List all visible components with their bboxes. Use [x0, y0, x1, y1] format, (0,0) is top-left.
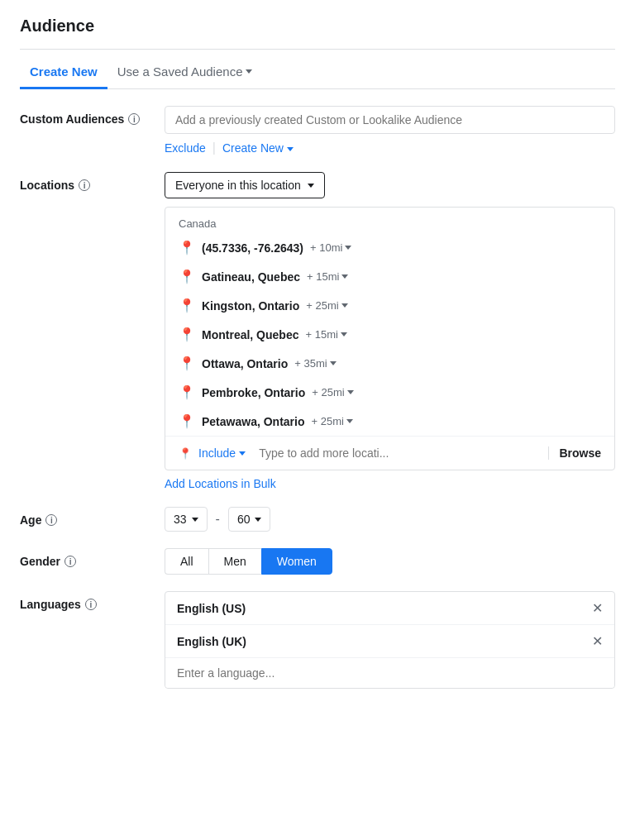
gender-label: Gender i	[20, 548, 165, 568]
age-max-dropdown[interactable]: 60	[228, 507, 271, 532]
page-title: Audience	[20, 17, 615, 50]
add-locations-bulk-link[interactable]: Add Locations in Bulk	[165, 477, 276, 490]
chevron-down-icon[interactable]	[330, 361, 337, 365]
exclude-link[interactable]: Exclude	[165, 141, 206, 155]
location-pin-small-icon: 📍	[179, 447, 192, 460]
tab-use-saved[interactable]: Use a Saved Audience	[107, 56, 263, 89]
age-separator: -	[216, 512, 220, 527]
link-separator: |	[212, 141, 216, 155]
location-search-input[interactable]	[252, 443, 542, 463]
chevron-down-icon[interactable]	[345, 246, 351, 250]
gender-men-button[interactable]: Men	[208, 548, 261, 575]
languages-content: English (US) ✕ English (UK) ✕	[165, 591, 615, 689]
language-search-input[interactable]	[165, 658, 614, 688]
location-pin-icon: 📍	[179, 327, 195, 342]
languages-label: Languages i	[20, 591, 165, 611]
chevron-down-icon[interactable]	[346, 419, 353, 423]
location-item-3: 📍 Montreal, Quebec + 15mi	[165, 320, 614, 349]
location-item-0: 📍 (45.7336, -76.2643) + 10mi	[165, 233, 614, 262]
chevron-down-icon[interactable]	[341, 332, 347, 336]
locations-country: Canada	[165, 208, 614, 233]
location-pin-icon: 📍	[179, 356, 195, 371]
age-selector: 33 - 60	[165, 507, 615, 532]
location-pin-icon: 📍	[179, 413, 195, 429]
create-new-link[interactable]: Create New	[222, 141, 294, 155]
chevron-down-icon	[308, 184, 314, 188]
age-content: 33 - 60	[165, 507, 615, 532]
chevron-down-icon[interactable]	[341, 303, 348, 308]
browse-button[interactable]: Browse	[548, 446, 601, 460]
languages-row: Languages i English (US) ✕ English (UK) …	[20, 591, 615, 689]
page-container: Audience Create New Use a Saved Audience…	[0, 0, 635, 722]
languages-box: English (US) ✕ English (UK) ✕	[165, 591, 615, 689]
chevron-down-icon	[255, 518, 261, 522]
language-item-1: English (UK) ✕	[165, 625, 614, 658]
gender-info-icon[interactable]: i	[64, 556, 76, 567]
chevron-down-icon	[192, 518, 198, 522]
age-min-dropdown[interactable]: 33	[165, 507, 208, 532]
gender-all-button[interactable]: All	[165, 548, 208, 575]
location-item-6: 📍 Petawawa, Ontario + 25mi	[165, 407, 614, 436]
gender-selector: All Men Women	[165, 548, 615, 575]
age-row: Age i 33 - 60	[20, 507, 615, 532]
language-remove-0-button[interactable]: ✕	[592, 600, 603, 616]
custom-audiences-links: Exclude | Create New	[165, 141, 615, 155]
chevron-down-icon	[246, 69, 252, 74]
location-pin-icon: 📍	[179, 240, 195, 255]
custom-audiences-label: Custom Audiences i	[20, 106, 165, 126]
tab-create-new[interactable]: Create New	[20, 56, 107, 89]
chevron-down-icon[interactable]	[341, 274, 348, 279]
gender-content: All Men Women	[165, 548, 615, 575]
locations-info-icon[interactable]: i	[79, 179, 90, 191]
locations-label: Locations i	[20, 172, 165, 192]
chevron-down-icon	[287, 147, 294, 151]
location-item-5: 📍 Pembroke, Ontario + 25mi	[165, 378, 614, 407]
gender-row: Gender i All Men Women	[20, 548, 615, 575]
language-item-0: English (US) ✕	[165, 592, 614, 625]
location-item-2: 📍 Kingston, Ontario + 25mi	[165, 291, 614, 320]
include-dropdown[interactable]: Include	[198, 446, 246, 460]
location-item-4: 📍 Ottawa, Ontario + 35mi	[165, 349, 614, 378]
custom-audiences-content: Exclude | Create New	[165, 106, 615, 155]
location-pin-icon: 📍	[179, 298, 195, 313]
custom-audiences-input[interactable]	[165, 106, 615, 134]
location-pin-icon: 📍	[179, 269, 195, 284]
language-remove-1-button[interactable]: ✕	[592, 633, 603, 649]
locations-row: Locations i Everyone in this location Ca…	[20, 172, 615, 490]
location-pin-icon: 📍	[179, 384, 195, 400]
gender-women-button[interactable]: Women	[261, 548, 332, 575]
age-label: Age i	[20, 507, 165, 527]
languages-info-icon[interactable]: i	[85, 599, 97, 610]
tabs-container: Create New Use a Saved Audience	[20, 50, 615, 89]
age-info-icon[interactable]: i	[45, 514, 57, 526]
locations-content: Everyone in this location Canada 📍 (45.7…	[165, 172, 615, 490]
chevron-down-icon[interactable]	[347, 390, 354, 394]
location-include-row: 📍 Include Browse	[165, 436, 614, 470]
chevron-down-icon	[239, 451, 246, 456]
locations-box: Canada 📍 (45.7336, -76.2643) + 10mi 📍 Ga…	[165, 207, 615, 470]
custom-audiences-info-icon[interactable]: i	[128, 113, 140, 125]
location-item-1: 📍 Gatineau, Quebec + 15mi	[165, 262, 614, 291]
locations-type-dropdown[interactable]: Everyone in this location	[165, 172, 325, 198]
custom-audiences-row: Custom Audiences i Exclude | Create New	[20, 106, 615, 155]
